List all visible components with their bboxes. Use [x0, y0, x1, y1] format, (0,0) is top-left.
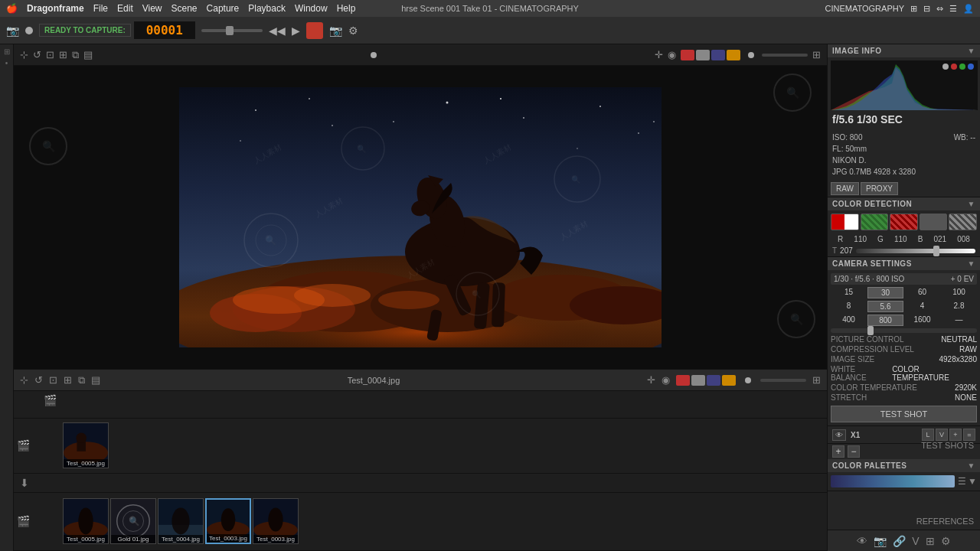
bottom-eye-icon[interactable]: 👁 [857, 535, 867, 547]
toolbar-icon-5[interactable]: 👤 [963, 4, 974, 14]
settings-btn[interactable]: ⚙ [348, 24, 358, 37]
shutter-15[interactable]: 15 [831, 287, 867, 298]
aperture-4[interactable]: 4 [904, 301, 940, 312]
raw-button[interactable]: RAW [831, 182, 859, 195]
bottom-grid-icon[interactable]: ⊞ [926, 535, 935, 547]
menu-capture[interactable]: Capture [207, 3, 240, 14]
vt-move-icon[interactable]: ⊹ [20, 49, 28, 60]
color-btn-gray2[interactable] [691, 375, 705, 386]
mask-icon2[interactable]: ◉ [662, 374, 670, 386]
menu-view[interactable]: View [142, 3, 162, 14]
toolbar-icon-2[interactable]: ⊟ [923, 4, 930, 14]
swatch-5[interactable] [949, 214, 977, 230]
aperture-28[interactable]: 2.8 [941, 301, 977, 312]
vt-film-icon[interactable]: ▤ [83, 49, 93, 60]
bottom-v-icon[interactable]: V [912, 535, 919, 547]
ref-thumb-1[interactable]: Test_0005.jpg [63, 498, 109, 544]
zoom-slider2[interactable] [760, 379, 806, 382]
menu-file[interactable]: File [93, 3, 108, 14]
app-name[interactable]: Dragonframe [27, 3, 84, 14]
toolbar-icon-4[interactable]: ☰ [949, 4, 957, 14]
color-btn-red2[interactable] [676, 375, 690, 386]
hist-dot-white[interactable] [942, 64, 949, 70]
move-icon[interactable]: ⊹ [20, 374, 28, 386]
picture-control-value[interactable]: NEUTRAL [941, 335, 977, 344]
iso-800[interactable]: 800 [867, 315, 903, 326]
iso-slider-thumb[interactable] [867, 326, 874, 335]
color-slider[interactable] [856, 249, 975, 253]
crosshair-icon2[interactable]: ✛ [647, 374, 655, 386]
test-shot-thumb[interactable]: Test_0005.jpg [63, 422, 109, 468]
color-btn-red[interactable] [681, 50, 694, 60]
color-btn-orange2[interactable] [722, 375, 736, 386]
bottom-camera-icon[interactable]: 📷 [874, 535, 887, 547]
iso-1600[interactable]: 1600 [904, 315, 940, 326]
color-btn-blue[interactable] [711, 50, 725, 60]
vt-refresh-icon[interactable]: ↺ [33, 49, 41, 60]
menu-playback[interactable]: Playback [248, 3, 286, 14]
iso-400[interactable]: 400 [831, 315, 867, 326]
vt-crosshair-icon[interactable]: ✛ [655, 49, 663, 60]
shutter-60[interactable]: 60 [904, 287, 940, 298]
image-size-value[interactable]: 4928x3280 [939, 355, 978, 364]
hist-dot-red[interactable] [951, 64, 957, 70]
swatch-3[interactable] [890, 214, 918, 230]
shutter-100[interactable]: 100 [941, 287, 977, 298]
zoom-slider[interactable] [762, 54, 808, 57]
color-detection-icon[interactable]: ▼ [968, 200, 975, 208]
toolbar-btn-prev[interactable]: ◀◀ [269, 24, 286, 37]
compression-value[interactable]: RAW [959, 345, 977, 354]
vt-expand-icon[interactable]: ⊞ [812, 49, 821, 60]
stretch-value[interactable]: NONE [955, 393, 977, 402]
menu-edit[interactable]: Edit [117, 3, 133, 14]
layer-icon2[interactable]: ⧉ [78, 374, 85, 386]
iso-auto[interactable]: — [941, 315, 977, 326]
menu-scene[interactable]: Scene [172, 3, 198, 14]
vt-grid-icon[interactable]: ⊞ [59, 49, 67, 60]
palette-list-icon[interactable]: ☰ [958, 476, 966, 487]
vt-layers-icon[interactable]: ⧉ [72, 49, 79, 61]
color-btn-blue2[interactable] [707, 375, 720, 386]
proxy-button[interactable]: PROXY [861, 182, 898, 195]
grid-icon2[interactable]: ⊞ [64, 374, 72, 386]
pm-plus-btn[interactable]: + [832, 445, 844, 458]
shutter-30[interactable]: 30 [867, 287, 903, 298]
menu-help[interactable]: Help [337, 3, 356, 14]
color-temp-value[interactable]: 2920K [955, 383, 977, 392]
aperture-56[interactable]: 5.6 [867, 301, 903, 312]
wb-value[interactable]: COLOR TEMPERATURE [892, 365, 977, 382]
color-btn-orange[interactable] [727, 50, 740, 60]
x1-btn-plus[interactable]: + [949, 429, 962, 441]
vt-crop-icon[interactable]: ⊡ [46, 49, 54, 60]
pm-minus-btn[interactable]: − [848, 445, 860, 458]
iso-slider[interactable] [831, 328, 977, 333]
palette-bar[interactable] [831, 475, 955, 487]
toolbar-btn-play[interactable]: ▶ [292, 24, 300, 37]
bottom-settings-icon[interactable]: ⚙ [941, 535, 951, 547]
x1-btn-l[interactable]: L [922, 429, 934, 441]
download-icon[interactable]: ⬇ [17, 474, 32, 492]
camera-btn[interactable]: 📷 [329, 24, 342, 37]
x1-btn-eq[interactable]: = [963, 429, 975, 441]
hist-dot-green[interactable] [959, 64, 965, 70]
x1-btn-v[interactable]: V [936, 429, 948, 441]
aperture-8[interactable]: 8 [831, 301, 867, 312]
test-shot-button[interactable]: TEST SHOT [831, 406, 977, 422]
color-palettes-icon[interactable]: ▼ [968, 461, 975, 470]
film-icon2[interactable]: ▤ [91, 374, 100, 386]
ref-thumb-5[interactable]: Test_0003.jpg [253, 498, 299, 544]
menu-window[interactable]: Window [295, 3, 328, 14]
toolbar-icon-3[interactable]: ⇔ [936, 4, 943, 14]
ref-thumb-3[interactable]: Test_0004.jpg [158, 498, 204, 544]
vt-mask-icon[interactable]: ◉ [668, 49, 676, 60]
apple-menu[interactable]: 🍎 [6, 3, 18, 14]
expand-icon2[interactable]: ⊞ [812, 374, 821, 386]
record-button[interactable] [306, 22, 323, 39]
flip-icon[interactable]: ↺ [34, 374, 43, 386]
swatch-2[interactable] [861, 214, 889, 230]
ref-thumb-4[interactable]: Test_0003.jpg [205, 498, 251, 544]
hist-dot-blue[interactable] [968, 64, 974, 70]
eye-icon[interactable]: 👁 [832, 429, 846, 441]
swatch-4[interactable] [920, 214, 948, 230]
bottom-link-icon[interactable]: 🔗 [893, 535, 906, 547]
